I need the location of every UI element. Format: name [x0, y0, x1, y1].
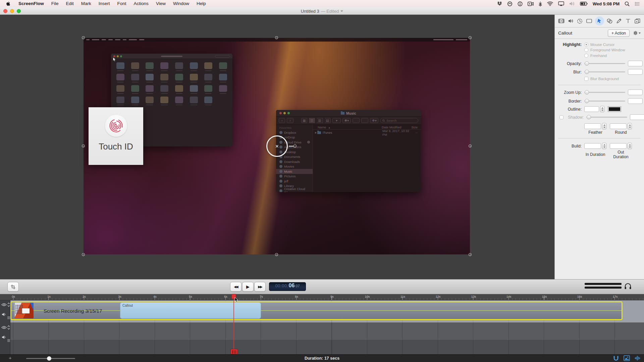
- track1-options-icon[interactable]: [7, 316, 10, 319]
- feather-field[interactable]: [584, 123, 601, 129]
- menu-clock[interactable]: Wed 5:08 PM: [593, 1, 620, 6]
- border-field[interactable]: [628, 98, 643, 104]
- opacity-field[interactable]: [628, 61, 643, 66]
- audio-waveform-icon[interactable]: [634, 355, 641, 361]
- wifi-icon[interactable]: [547, 1, 553, 6]
- selection-handle-mid-right[interactable]: [469, 144, 472, 147]
- gear-menu-button[interactable]: [633, 31, 641, 36]
- screen-recording-clip[interactable]: Screen Recording 3/15/17 Callout: [11, 302, 622, 319]
- headphones-icon[interactable]: [624, 283, 632, 291]
- track1-audio-icon[interactable]: [2, 312, 6, 316]
- menu-item-file[interactable]: File: [48, 0, 62, 7]
- playhead-scrub-handle[interactable]: [230, 349, 238, 354]
- menu-item-actions[interactable]: Actions: [130, 0, 152, 7]
- selection-handle-mid-left[interactable]: [82, 144, 85, 147]
- border-slider[interactable]: [584, 101, 625, 102]
- touch-callout-icon[interactable]: [606, 17, 613, 24]
- airplay-display-icon[interactable]: [558, 1, 564, 6]
- thumbnail-view-icon[interactable]: [624, 355, 630, 361]
- apple-menu-icon[interactable]: [0, 1, 15, 6]
- callout-properties-icon-selected[interactable]: [595, 16, 604, 25]
- media-library-icon[interactable]: [634, 17, 641, 24]
- screen-recording-camera-icon[interactable]: [528, 2, 534, 6]
- callout-control-handle[interactable]: [293, 144, 297, 147]
- zoom-up-slider[interactable]: [584, 92, 625, 93]
- menu-item-insert[interactable]: Insert: [95, 0, 114, 7]
- shadow-checkbox[interactable]: [559, 115, 564, 119]
- track1-move-up-icon[interactable]: [7, 302, 10, 304]
- blur-field[interactable]: [628, 69, 643, 75]
- text-properties-icon[interactable]: [625, 17, 632, 24]
- spotlight-search-icon[interactable]: [625, 1, 630, 6]
- video-motion-icon[interactable]: [576, 17, 583, 24]
- menu-item-view[interactable]: View: [152, 0, 169, 7]
- track-3-lane[interactable]: [0, 340, 644, 354]
- callout-center-control[interactable]: ✕: [266, 135, 288, 157]
- radio-freehand[interactable]: [584, 54, 588, 58]
- notification-center-icon[interactable]: [635, 2, 640, 6]
- selection-handle-top-center[interactable]: [275, 36, 278, 39]
- blur-background-checkbox[interactable]: [584, 77, 588, 81]
- info-circle-icon[interactable]: [518, 1, 523, 6]
- snapping-magnet-icon[interactable]: [613, 355, 619, 361]
- volume-dim-icon[interactable]: [569, 1, 575, 6]
- menu-item-font[interactable]: Font: [114, 0, 130, 7]
- track1-visibility-eye-icon[interactable]: [1, 303, 7, 306]
- add-action-button[interactable]: + Action: [608, 29, 630, 37]
- outline-stepper[interactable]: [600, 106, 604, 112]
- selection-handle-bottom-center[interactable]: [275, 253, 278, 256]
- annotations-icon[interactable]: [615, 17, 623, 24]
- menu-item-edit[interactable]: Edit: [62, 0, 77, 7]
- rewind-button[interactable]: ◀◀: [230, 282, 241, 292]
- zoom-up-field[interactable]: [628, 89, 643, 95]
- callout-clip[interactable]: Callout: [120, 303, 261, 319]
- fast-forward-button[interactable]: ▶▶: [254, 282, 266, 292]
- feather-stepper[interactable]: [602, 123, 606, 129]
- round-field[interactable]: [610, 123, 627, 129]
- shadow-slider[interactable]: [586, 117, 627, 118]
- track2-options-icon[interactable]: [7, 339, 10, 342]
- in-duration-stepper[interactable]: [602, 143, 606, 149]
- out-duration-stepper[interactable]: [628, 143, 632, 149]
- selection-handle-bottom-left[interactable]: [82, 253, 85, 256]
- bluetooth-icon[interactable]: [539, 1, 542, 6]
- selection-handle-top-left[interactable]: [82, 36, 85, 39]
- radio-foreground-window[interactable]: [584, 48, 588, 52]
- video-properties-icon[interactable]: [558, 17, 565, 24]
- title-chevron-icon[interactable]: [340, 10, 343, 13]
- track2-move-down-icon[interactable]: [7, 328, 10, 330]
- menu-item-mark[interactable]: Mark: [77, 0, 95, 7]
- opacity-slider[interactable]: [584, 63, 625, 64]
- outline-color-well[interactable]: [608, 106, 621, 112]
- battery-charging-icon[interactable]: [580, 2, 588, 6]
- track-2-lane[interactable]: [0, 322, 644, 340]
- radio-mouse-cursor[interactable]: [584, 43, 588, 47]
- clip-volume-line[interactable]: [11, 310, 622, 311]
- blur-slider[interactable]: [584, 71, 625, 72]
- video-canvas[interactable]: Touch ID Music ‹› ▦☰▥▤ ▾ ✱▾ ❖▾ Search: [84, 38, 470, 254]
- play-button[interactable]: ▶: [242, 282, 254, 292]
- out-duration-field[interactable]: [610, 143, 627, 149]
- track2-audio-icon[interactable]: [2, 335, 6, 339]
- track2-visibility-eye-icon[interactable]: [1, 326, 7, 329]
- menu-item-help[interactable]: Help: [193, 0, 210, 7]
- creative-cloud-icon[interactable]: [507, 1, 513, 6]
- round-stepper[interactable]: [628, 123, 632, 129]
- shadow-field[interactable]: [630, 114, 644, 120]
- selection-handle-top-right[interactable]: [469, 36, 472, 39]
- playhead-line[interactable]: [233, 294, 234, 355]
- window-title-bar[interactable]: Untitled 3 — Edited: [0, 7, 644, 15]
- in-duration-field[interactable]: [584, 143, 601, 149]
- selection-handle-bottom-right[interactable]: [469, 253, 472, 256]
- track2-move-up-icon[interactable]: [7, 325, 10, 327]
- timeline-ruler[interactable]: 0s 1s 2s 3s 4s 5s 6s 7s 8s 9s 10s 11s 12…: [0, 294, 644, 300]
- scrub-speed-bars[interactable]: [585, 283, 622, 290]
- dropbox-icon[interactable]: [497, 1, 502, 6]
- track1-move-down-icon[interactable]: [7, 305, 10, 307]
- crop-button[interactable]: [7, 282, 19, 292]
- menu-item-window[interactable]: Window: [169, 0, 193, 7]
- screen-recording-properties-icon[interactable]: [586, 17, 593, 24]
- outline-field[interactable]: [584, 106, 599, 112]
- audio-properties-icon[interactable]: [567, 17, 574, 24]
- menu-item-screenflow[interactable]: ScreenFlow: [15, 0, 48, 7]
